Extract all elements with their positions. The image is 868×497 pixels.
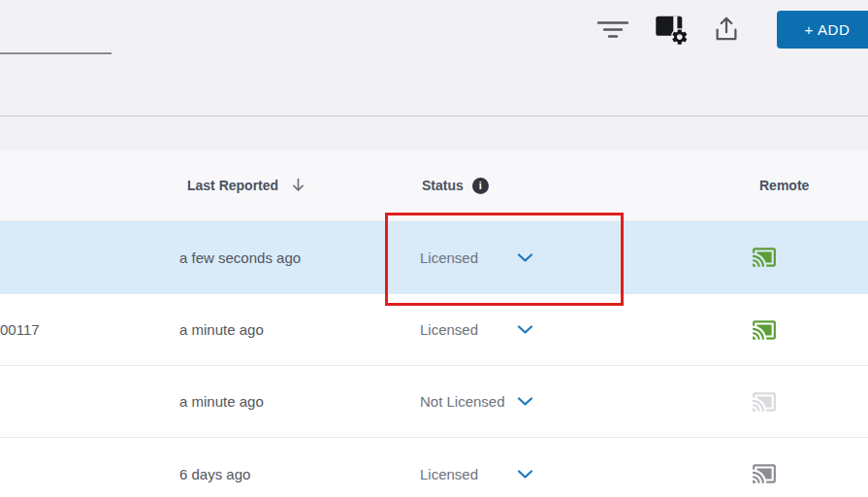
last-reported-cell: a few seconds ago [179, 221, 301, 293]
toolbar: + ADD [0, 0, 868, 116]
sort-descending-icon [291, 178, 305, 193]
cast-icon-disabled [752, 389, 777, 414]
table-header: Last Reported Status i Remote [0, 150, 868, 221]
remote-cell [752, 366, 777, 437]
column-header-status[interactable]: Status i [422, 150, 489, 220]
device-settings-icon [653, 11, 691, 49]
last-reported-cell: a minute ago [179, 366, 264, 437]
status-label: Status [422, 178, 464, 193]
status-dropdown[interactable] [517, 438, 533, 497]
status-cell: Licensed [420, 294, 478, 365]
remote-label: Remote [759, 178, 809, 193]
table-row[interactable]: a minute ago Not Licensed [0, 366, 868, 438]
export-button[interactable] [709, 14, 744, 47]
cast-icon[interactable] [752, 461, 777, 486]
device-id-cell: 00117 [0, 294, 40, 365]
chevron-down-icon [517, 466, 533, 482]
status-value: Licensed [420, 249, 478, 266]
cast-icon[interactable] [752, 317, 777, 343]
last-reported-label: Last Reported [187, 178, 278, 193]
column-header-last-reported[interactable]: Last Reported [187, 150, 305, 220]
last-reported-cell: a minute ago [179, 294, 264, 365]
table-row[interactable]: 6 days ago Licensed [0, 438, 868, 497]
status-dropdown[interactable] [517, 221, 533, 293]
status-cell: Not Licensed [420, 366, 505, 437]
status-cell: Licensed [420, 221, 478, 293]
info-icon[interactable]: i [472, 178, 489, 194]
filter-button[interactable] [594, 19, 632, 43]
filter-icon [596, 20, 629, 42]
chevron-down-icon [517, 321, 533, 338]
remote-cell [752, 221, 777, 293]
status-value: Not Licensed [420, 393, 505, 410]
chevron-down-icon [517, 249, 533, 266]
export-upload-icon [712, 14, 741, 48]
table-row[interactable]: 00117 a minute ago Licensed [0, 294, 868, 366]
remote-cell [752, 438, 777, 497]
status-value: Licensed [420, 321, 478, 338]
column-header-remote: Remote [759, 150, 809, 220]
chevron-down-icon [517, 393, 533, 410]
search-input[interactable] [0, 52, 112, 54]
device-management-screen: + ADD Last Reported Status i Remote a fe… [0, 0, 868, 497]
section-divider [0, 116, 868, 116]
status-dropdown[interactable] [517, 294, 533, 365]
status-cell: Licensed [420, 438, 478, 497]
table-row[interactable]: a few seconds ago Licensed [0, 221, 868, 294]
device-settings-button[interactable] [652, 12, 692, 47]
add-button[interactable]: + ADD [777, 11, 868, 49]
status-dropdown[interactable] [517, 366, 533, 437]
remote-cell [752, 294, 777, 365]
cast-icon[interactable] [752, 245, 777, 270]
last-reported-cell: 6 days ago [179, 438, 250, 497]
status-value: Licensed [420, 466, 478, 482]
